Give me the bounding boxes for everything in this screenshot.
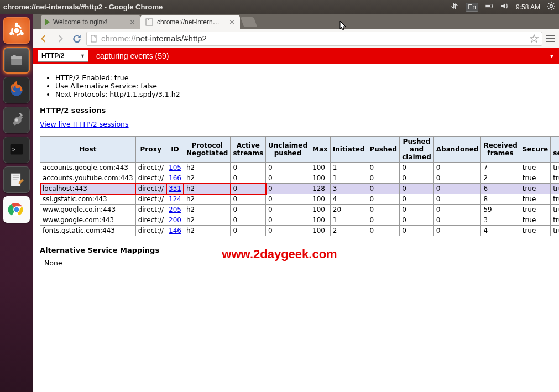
table-cell: true: [520, 163, 551, 173]
table-cell: 0: [400, 226, 434, 236]
table-row: localhost:443direct://331h20012830006tru…: [40, 184, 560, 194]
new-tab-button[interactable]: [241, 17, 258, 27]
table-cell: direct://: [135, 226, 166, 236]
sound-icon[interactable]: [500, 2, 509, 12]
table-cell: 0: [433, 163, 481, 173]
table-cell: h2: [184, 215, 230, 226]
table-row: ssl.gstatic.com:443direct://124h20010040…: [40, 194, 560, 205]
launcher-chrome[interactable]: [3, 196, 30, 223]
col-header: Max: [310, 137, 331, 163]
table-cell: 0: [266, 163, 310, 173]
col-header: ID: [166, 137, 184, 163]
session-id-link[interactable]: 105: [169, 164, 181, 171]
table-cell: 0: [231, 184, 266, 194]
table-cell: 331: [166, 184, 184, 194]
table-row: fonts.gstatic.com:443direct://146h200100…: [40, 226, 560, 236]
session-id-link[interactable]: 124: [169, 195, 181, 203]
table-cell: 0: [266, 194, 310, 205]
chevron-down-icon[interactable]: ▼: [549, 53, 555, 59]
launcher-terminal[interactable]: >_: [3, 137, 30, 163]
table-cell: 0: [433, 226, 481, 236]
table-cell: 3: [481, 215, 520, 226]
col-header: Proxy: [135, 137, 166, 163]
status-alt-service: Use Alternative Service: false: [55, 82, 550, 90]
chrome-menu-button[interactable]: [545, 33, 556, 44]
back-button[interactable]: [36, 32, 51, 46]
session-id-link[interactable]: 331: [169, 185, 181, 192]
gear-icon[interactable]: [547, 2, 556, 12]
svg-point-12: [14, 28, 19, 33]
table-cell: 128: [310, 184, 331, 194]
col-header: Pushed and claimed: [400, 137, 434, 163]
table-cell: 0: [231, 163, 266, 173]
bookmark-star-icon[interactable]: [530, 34, 539, 43]
svg-rect-1: [492, 6, 493, 7]
table-cell: true: [520, 226, 551, 236]
unity-launcher: >_: [0, 14, 33, 392]
launcher-firefox[interactable]: [3, 77, 30, 103]
table-cell: true: [551, 184, 559, 194]
table-cell: 100: [310, 163, 331, 173]
table-cell: true: [520, 205, 551, 215]
session-id-link[interactable]: 166: [169, 174, 181, 182]
tab-bar: Welcome to nginx! chrome://net-intern…: [33, 14, 559, 29]
table-cell: 7: [481, 163, 520, 173]
network-icon[interactable]: [450, 2, 459, 12]
col-header: Pushed: [367, 137, 400, 163]
close-icon[interactable]: [129, 19, 136, 25]
status-enabled: HTTP/2 Enabled: true: [55, 74, 550, 82]
launcher-files[interactable]: [3, 47, 30, 74]
tab-net-internals[interactable]: chrome://net-intern…: [140, 15, 240, 29]
page-content: HTTP/2 Enabled: true Use Alternative Ser…: [33, 64, 559, 392]
session-id-link[interactable]: 146: [169, 227, 181, 234]
tab-title: chrome://net-intern…: [157, 18, 227, 26]
reload-button[interactable]: [70, 32, 84, 46]
url-text: chrome://net-internals/#http2: [101, 34, 207, 43]
col-header: Initiated: [330, 137, 367, 163]
view-live-sessions-link[interactable]: View live HTTP/2 sessions: [40, 120, 129, 128]
table-cell: 105: [166, 163, 184, 173]
table-cell: 0: [367, 226, 400, 236]
table-cell: true: [551, 215, 559, 226]
table-cell: 8: [481, 194, 520, 205]
clock[interactable]: 9:58 AM: [516, 3, 540, 11]
forward-button[interactable]: [53, 32, 67, 46]
table-cell: 0: [400, 163, 434, 173]
http2-sessions-table: HostProxyIDProtocol NegotiatedActive str…: [40, 136, 559, 236]
table-cell: direct://: [135, 215, 166, 226]
launcher-text-editor[interactable]: [3, 166, 30, 193]
language-indicator[interactable]: En: [466, 3, 478, 12]
close-icon[interactable]: [229, 19, 236, 25]
session-id-link[interactable]: 205: [169, 206, 181, 213]
session-id-link[interactable]: 200: [169, 216, 181, 224]
address-bar[interactable]: chrome://net-internals/#http2: [86, 32, 542, 46]
table-cell: 100: [310, 173, 331, 184]
table-cell: h2: [184, 205, 230, 215]
table-cell: h2: [184, 163, 230, 173]
table-cell: 0: [266, 184, 310, 194]
table-cell: 0: [433, 173, 481, 184]
table-cell: 3: [330, 184, 367, 194]
svg-text:>_: >_: [12, 147, 19, 153]
table-cell: 1: [330, 215, 367, 226]
table-cell: 0: [400, 173, 434, 184]
table-cell: 100: [310, 226, 331, 236]
launcher-settings[interactable]: [3, 107, 30, 133]
table-cell: 20: [330, 205, 367, 215]
section-dropdown[interactable]: HTTP/2: [38, 50, 88, 62]
page-favicon: [145, 18, 154, 27]
table-cell: 0: [266, 226, 310, 236]
table-cell: 1: [330, 173, 367, 184]
table-cell: 100: [310, 215, 331, 226]
table-cell: true: [520, 184, 551, 194]
table-cell: 0: [266, 173, 310, 184]
launcher-dash[interactable]: [3, 17, 30, 44]
tab-nginx[interactable]: Welcome to nginx!: [41, 15, 140, 29]
table-cell: direct://: [135, 173, 166, 184]
battery-icon[interactable]: [485, 2, 494, 12]
table-cell: true: [520, 173, 551, 184]
table-cell: direct://: [135, 205, 166, 215]
table-cell: 6: [481, 184, 520, 194]
table-cell: 0: [400, 184, 434, 194]
table-cell: h2: [184, 226, 230, 236]
